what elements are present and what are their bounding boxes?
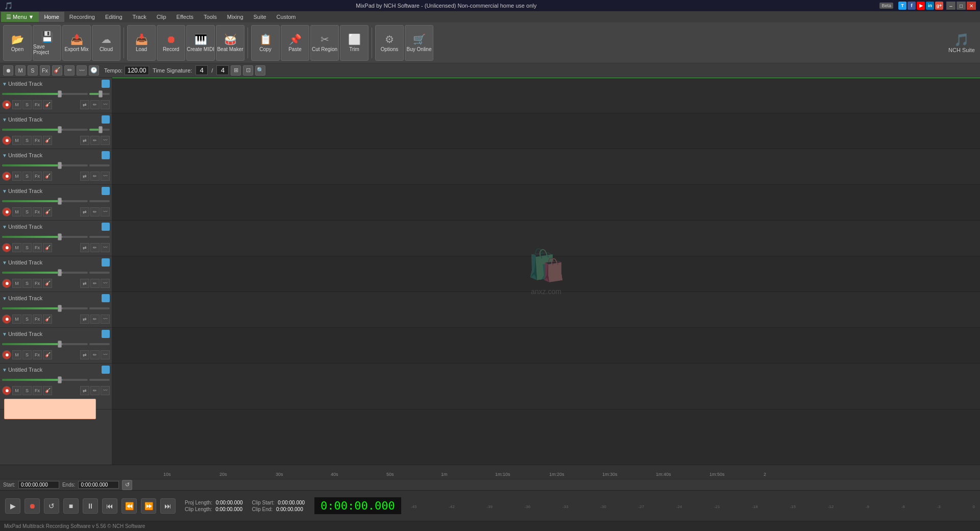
track-7-pan[interactable] — [89, 307, 110, 309]
facebook-icon[interactable]: f — [908, 2, 916, 10]
track-9-wave-btn[interactable]: 〰 — [101, 386, 110, 395]
track-7-rec-btn[interactable]: ⏺ — [2, 315, 11, 324]
track-1-solo-btn[interactable]: S — [22, 100, 32, 109]
pause-button[interactable]: ⏸ — [83, 498, 98, 514]
track-5-pan[interactable] — [89, 236, 110, 238]
track-4-color[interactable] — [102, 187, 110, 195]
trim-button[interactable]: ⬜ Trim — [340, 25, 369, 61]
track-2-route-btn[interactable]: ⇄ — [80, 136, 89, 145]
track-7-fx-btn[interactable]: Fx — [33, 315, 42, 324]
track-3-inst-btn[interactable]: 🎸 — [43, 172, 52, 181]
menu-suite[interactable]: Suite — [249, 12, 272, 22]
stop-button[interactable]: ■ — [63, 498, 79, 514]
track-9-mute-btn[interactable]: M — [12, 386, 21, 395]
track-5-fx-btn[interactable]: Fx — [33, 243, 42, 252]
track-4-arrow[interactable]: ▼ — [2, 188, 7, 194]
record-button[interactable]: ⏺ Record — [157, 25, 185, 61]
track-1-color[interactable] — [102, 80, 110, 88]
grid-button[interactable]: ⊞ — [231, 65, 241, 76]
track-1-inst-btn[interactable]: 🎸 — [43, 100, 52, 109]
track-6-pan[interactable] — [89, 272, 110, 274]
open-button[interactable]: 📂 Open — [3, 25, 32, 61]
start-time-input[interactable] — [18, 481, 59, 489]
track-6-edit-btn[interactable]: ✏ — [90, 279, 100, 288]
track-9-fx-btn[interactable]: Fx — [33, 386, 42, 395]
track-6-color[interactable] — [102, 258, 110, 267]
track-1-fx-btn[interactable]: Fx — [33, 100, 42, 109]
track-5-wave-btn[interactable]: 〰 — [101, 243, 110, 252]
instrument-button[interactable]: 🎸 — [52, 65, 62, 76]
track-2-fader[interactable] — [2, 129, 88, 131]
track-3-wave-btn[interactable]: 〰 — [101, 172, 110, 181]
menu-dropdown-button[interactable]: ☰ Menu ▼ — [1, 12, 39, 22]
menu-editing[interactable]: Editing — [100, 12, 128, 22]
track-2-fx-btn[interactable]: Fx — [33, 136, 42, 145]
track-5-fader[interactable] — [2, 236, 88, 238]
track-3-fader[interactable] — [2, 164, 88, 166]
track-9-solo-btn[interactable]: S — [22, 386, 32, 395]
track-7-solo-btn[interactable]: S — [22, 315, 32, 324]
track-5-mute-btn[interactable]: M — [12, 243, 21, 252]
export-mix-button[interactable]: 📤 Export Mix — [62, 25, 91, 61]
time-sig-num-input[interactable]: 4 — [195, 65, 208, 75]
arm-all-button[interactable]: ⏺ — [3, 65, 13, 76]
track-3-mute-btn[interactable]: M — [12, 172, 21, 181]
track-7-color[interactable] — [102, 294, 110, 302]
copy-button[interactable]: 📋 Copy — [251, 25, 280, 61]
track-3-solo-btn[interactable]: S — [22, 172, 32, 181]
track-8-mute-btn[interactable]: M — [12, 350, 21, 359]
track-7-wave-btn[interactable]: 〰 — [101, 315, 110, 324]
loop-button[interactable]: ↺ — [44, 498, 59, 514]
track-8-color[interactable] — [102, 330, 110, 338]
paste-button[interactable]: 📌 Paste — [281, 25, 309, 61]
track-5-route-btn[interactable]: ⇄ — [80, 243, 89, 252]
track-8-edit-btn[interactable]: ✏ — [90, 350, 100, 359]
save-project-button[interactable]: 💾 Save Project — [33, 25, 61, 61]
nch-suite-button[interactable]: 🎵 NCH Suite — [946, 33, 977, 53]
track-8-wave-btn[interactable]: 〰 — [101, 350, 110, 359]
menu-clip[interactable]: Clip — [152, 12, 172, 22]
minimize-button[interactable]: – — [946, 2, 955, 10]
wave-button[interactable]: 〰 — [77, 65, 87, 76]
track-6-solo-btn[interactable]: S — [22, 279, 32, 288]
track-3-fx-btn[interactable]: Fx — [33, 172, 42, 181]
time-sig-den-input[interactable]: 4 — [216, 65, 229, 75]
track-9-fader[interactable] — [2, 379, 88, 381]
track-4-fader[interactable] — [2, 200, 88, 202]
track-8-solo-btn[interactable]: S — [22, 350, 32, 359]
linkedin-icon[interactable]: in — [926, 2, 934, 10]
track-1-edit-btn[interactable]: ✏ — [90, 100, 100, 109]
cut-region-button[interactable]: ✂ Cut Region — [310, 25, 339, 61]
track-4-solo-btn[interactable]: S — [22, 207, 32, 216]
track-5-solo-btn[interactable]: S — [22, 243, 32, 252]
track-9-edit-btn[interactable]: ✏ — [90, 386, 100, 395]
zoom-button[interactable]: 🔍 — [255, 65, 265, 76]
loop-region-btn[interactable]: ↺ — [122, 480, 132, 490]
track-3-color[interactable] — [102, 151, 110, 159]
track-1-mute-btn[interactable]: M — [12, 100, 21, 109]
options-button[interactable]: ⚙ Options — [375, 25, 404, 61]
menu-recording[interactable]: Recording — [64, 12, 100, 22]
track-4-edit-btn[interactable]: ✏ — [90, 207, 100, 216]
track-3-route-btn[interactable]: ⇄ — [80, 172, 89, 181]
track-5-color[interactable] — [102, 223, 110, 231]
menu-tools[interactable]: Tools — [199, 12, 222, 22]
track-3-pan[interactable] — [89, 164, 110, 166]
google-icon[interactable]: g+ — [935, 2, 943, 10]
track-4-route-btn[interactable]: ⇄ — [80, 207, 89, 216]
track-2-wave-btn[interactable]: 〰 — [101, 136, 110, 145]
track-9-rec-btn[interactable]: ⏺ — [2, 386, 11, 395]
track-9-inst-btn[interactable]: 🎸 — [43, 386, 52, 395]
track-3-arrow[interactable]: ▼ — [2, 153, 7, 158]
track-4-inst-btn[interactable]: 🎸 — [43, 207, 52, 216]
track-7-inst-btn[interactable]: 🎸 — [43, 315, 52, 324]
fx-all-button[interactable]: Fx — [40, 65, 50, 76]
close-button[interactable]: ✕ — [967, 2, 976, 10]
track-4-pan[interactable] — [89, 200, 110, 202]
track-1-route-btn[interactable]: ⇄ — [80, 100, 89, 109]
track-7-fader[interactable] — [2, 307, 88, 309]
track-9-route-btn[interactable]: ⇄ — [80, 386, 89, 395]
track-4-rec-btn[interactable]: ⏺ — [2, 207, 11, 216]
window-controls[interactable]: – □ ✕ — [946, 2, 976, 10]
play-button[interactable]: ▶ — [5, 498, 20, 514]
